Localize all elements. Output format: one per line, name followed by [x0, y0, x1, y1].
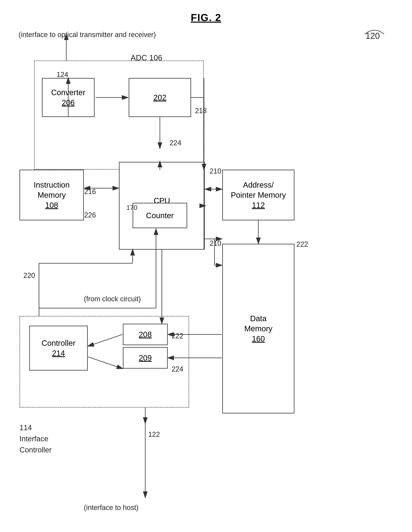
system-label: 120 [365, 30, 380, 41]
ref-218: 218 [195, 106, 207, 115]
converter-box: Converter 206 [42, 78, 94, 117]
interface-optical-label: (interface to optical transmitter and re… [19, 30, 156, 39]
box209: 209 [123, 347, 168, 369]
ref-222-top: 222 [296, 240, 308, 249]
counter-box: Counter [133, 203, 187, 228]
instruction-memory-box: InstructionMemory 108 [19, 170, 84, 220]
ref-224-bot: 224 [172, 365, 183, 374]
converter-number: 206 [62, 97, 75, 108]
controller-box: Controller 214 [29, 326, 88, 370]
ref-226: 226 [84, 211, 96, 220]
from-clock-label: (from clock circuit) [84, 294, 141, 304]
ref-210-top: 210 [210, 167, 221, 176]
ref-122: 122 [148, 430, 160, 439]
ctrl-label: Controller [42, 338, 75, 348]
im-number: 108 [45, 200, 58, 210]
box209-number: 209 [139, 353, 152, 363]
counter-label: Counter [146, 210, 174, 220]
ref-220: 220 [23, 271, 35, 280]
box202-number: 202 [153, 92, 167, 103]
im-label: InstructionMemory [34, 180, 70, 200]
ref-216: 216 [84, 187, 96, 196]
box202: 202 [129, 78, 191, 117]
ref-222-mid: 222 [172, 332, 183, 341]
ref-224-top: 224 [170, 138, 181, 148]
apm-label: Address/Pointer Memory [231, 180, 286, 200]
ctrl-number: 214 [52, 348, 65, 358]
ref-210-mid: 210 [210, 239, 221, 248]
diagram-container: FIG. 2 120 (interface to optical transmi… [0, 0, 412, 532]
box208-number: 208 [139, 329, 152, 340]
address-pointer-memory-box: Address/Pointer Memory 112 [222, 170, 294, 220]
dm-number: 160 [252, 334, 265, 344]
box208: 208 [123, 324, 168, 345]
converter-label: Converter [51, 87, 85, 97]
interface-host-label: (interface to host) [84, 503, 139, 512]
figure-title: FIG. 2 [191, 12, 221, 23]
interface-controller-label: 114InterfaceController [19, 422, 52, 456]
dm-label: DataMemory [244, 314, 272, 334]
counter-ref: 170 [126, 203, 138, 212]
apm-number: 112 [252, 200, 265, 210]
data-memory-box: DataMemory 160 [222, 244, 294, 413]
